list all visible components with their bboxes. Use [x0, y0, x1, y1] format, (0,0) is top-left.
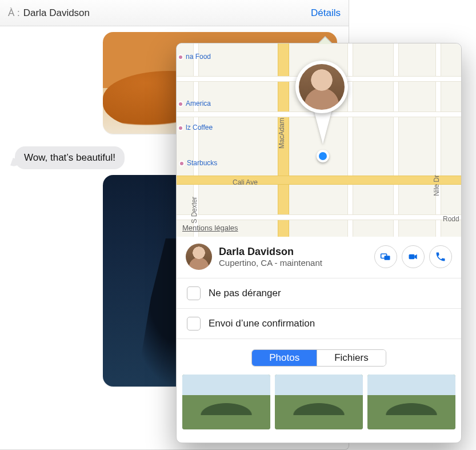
- location-map[interactable]: na Food America lz Coffee Starbucks Cali…: [177, 43, 461, 237]
- map-poi-coffee: lz Coffee: [178, 124, 213, 132]
- video-call-button[interactable]: [402, 245, 425, 268]
- read-receipt-label: Envoi d’une confirmation: [209, 318, 315, 329]
- dnd-option[interactable]: Ne pas déranger: [177, 278, 461, 308]
- details-popover: na Food America lz Coffee Starbucks Cali…: [176, 43, 462, 443]
- read-receipt-checkbox[interactable]: [187, 317, 201, 330]
- map-legal-link[interactable]: Mentions légales: [182, 224, 238, 232]
- tab-files[interactable]: Fichiers: [317, 350, 386, 366]
- location-dot-icon: [317, 150, 329, 162]
- map-street-dexter: S Dexter: [190, 197, 198, 224]
- map-poi-america: America: [178, 99, 211, 107]
- photo-thumbnails: [177, 375, 461, 435]
- map-street-rodd: Rodd: [443, 215, 459, 223]
- contact-name: Darla Davidson: [219, 246, 367, 258]
- svg-rect-1: [385, 256, 390, 260]
- svg-rect-2: [409, 254, 415, 259]
- photo-thumb-3[interactable]: [367, 375, 455, 429]
- map-poi-starbucks: Starbucks: [179, 159, 217, 167]
- tab-photos[interactable]: Photos: [252, 350, 317, 366]
- contact-avatar[interactable]: [186, 244, 212, 270]
- to-label: À :: [8, 7, 20, 19]
- phone-icon: [435, 251, 446, 262]
- audio-call-button[interactable]: [429, 245, 452, 268]
- to-name: Darla Davidson: [23, 7, 90, 19]
- conversation-header: À : Darla Davidson Détails: [0, 0, 349, 26]
- received-message[interactable]: Wow, that’s beautiful!: [15, 146, 125, 169]
- contact-status: Cupertino, CA - maintenant: [219, 258, 367, 268]
- read-receipt-option[interactable]: Envoi d’une confirmation: [177, 308, 461, 339]
- map-poi-food: na Food: [178, 53, 211, 61]
- map-street-nile: Nile Dr: [433, 175, 441, 196]
- photo-thumb-1[interactable]: [182, 375, 270, 429]
- details-button[interactable]: Détails: [311, 7, 341, 19]
- screen-share-button[interactable]: [374, 245, 397, 268]
- contact-pin-photo: [299, 64, 345, 110]
- dnd-label: Ne pas déranger: [209, 288, 281, 299]
- map-street-cali: Cali Ave: [233, 178, 258, 186]
- map-contact-pin[interactable]: [295, 61, 350, 113]
- contact-row: Darla Davidson Cupertino, CA - maintenan…: [177, 237, 461, 278]
- video-icon: [407, 251, 419, 262]
- photo-thumb-2[interactable]: [275, 375, 363, 429]
- map-street-macadamia: MacAdam: [278, 118, 286, 149]
- screens-icon: [380, 251, 391, 262]
- attachments-segmented-control: Photos Fichiers: [251, 349, 386, 367]
- attachments-tabs-row: Photos Fichiers: [177, 339, 461, 375]
- dnd-checkbox[interactable]: [187, 286, 201, 300]
